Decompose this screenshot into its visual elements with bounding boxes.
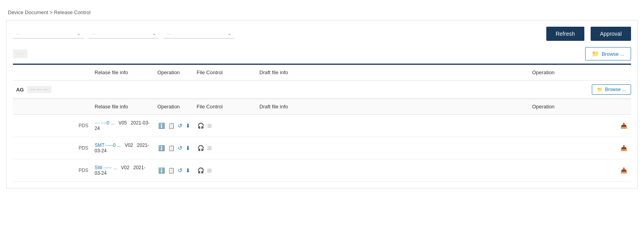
import-icon[interactable]: 📥: [620, 145, 627, 151]
sub-header-col-last: [592, 102, 631, 111]
row-3-filename: SW···-·-· ... V02 2021-03-24: [91, 163, 154, 177]
header-draft-file-info: Draft file info: [256, 68, 529, 77]
headset-icon[interactable]: 🎧: [197, 167, 204, 174]
refresh-icon[interactable]: ↺: [178, 167, 182, 174]
row-3-draft-info: [256, 169, 529, 172]
table-row: PDS SMT···-·-0 ... V02 2021-03-24 ℹ️ 📋 ↺…: [13, 137, 631, 159]
folder-icon: 📁: [592, 50, 599, 57]
ag-label: AG: [16, 87, 24, 93]
row-3-fc-group: 🎧 ⊞: [197, 167, 253, 174]
row-1-operation: ℹ️ 📋 ↺ ⬇: [154, 121, 193, 130]
filter-2[interactable]: ··· ⌄: [88, 29, 159, 38]
row-2-draft-info: [256, 146, 529, 150]
table-row: PDS ···· ···-0 ... V05 2021-03-24 ℹ️ 📋 ↺…: [13, 115, 631, 137]
filter-row: ··· ⌄ ··· ⌄ ··· ⌄ Refresh Approval: [13, 27, 631, 41]
import-icon[interactable]: 📥: [620, 167, 627, 174]
chevron-down-icon: ⌄: [228, 31, 231, 36]
row-1-ops-group: ℹ️ 📋 ↺ ⬇: [157, 122, 190, 129]
import-icon[interactable]: 📥: [620, 122, 627, 129]
section-1-row: ··· · 📁 Browse ...: [13, 47, 631, 60]
sub-header-release-file-info: Relase file info: [91, 102, 154, 111]
browse-button-top[interactable]: 📁 Browse ...: [585, 47, 631, 60]
header-operation: Operation: [154, 68, 193, 77]
download-icon[interactable]: ⬇: [186, 122, 190, 129]
info-icon[interactable]: ℹ️: [158, 145, 165, 151]
info-icon[interactable]: ℹ️: [158, 167, 165, 174]
row-2-right-icon: 📥: [592, 143, 631, 153]
row-3-type: PDS: [13, 166, 91, 175]
header-release-file-info: Relase file info: [91, 68, 154, 77]
row-3-ops-group: ℹ️ 📋 ↺ ⬇: [157, 167, 190, 174]
row-3-right-icon: 📥: [592, 166, 631, 175]
row-1-type-label: PDS: [78, 123, 88, 128]
row-1-draft-op: [529, 124, 592, 127]
ag-section-header: AG ···· ···· ···· 📁 Browse ...: [13, 80, 631, 99]
top-table-header: Relase file info Operation File Control …: [13, 65, 631, 80]
headset-icon[interactable]: 🎧: [197, 145, 204, 151]
row-3-draft-op: [529, 169, 592, 172]
header-file-control: File Control: [193, 68, 256, 77]
chevron-down-icon: ⌄: [77, 31, 80, 36]
table-icon[interactable]: ⊞: [207, 145, 212, 151]
row-2-type: PDS: [13, 144, 91, 152]
row-3-file-link[interactable]: SW···-·-· ...: [95, 165, 117, 170]
row-2-fc-group: 🎧 ⊞: [197, 145, 253, 151]
row-2-ops-group: ℹ️ 📋 ↺ ⬇: [157, 145, 190, 151]
document-icon[interactable]: 📋: [168, 167, 175, 174]
row-2-file-link[interactable]: SMT···-·-0 ...: [95, 143, 121, 148]
row-2-operation: ℹ️ 📋 ↺ ⬇: [154, 143, 193, 153]
ag-section-name: AG ···· ···· ····: [13, 86, 51, 93]
filter-3-label: ···: [167, 31, 224, 37]
table-icon[interactable]: ⊞: [207, 167, 212, 174]
sub-header-file-control: File Control: [193, 102, 256, 111]
breadcrumb: Device Document > Release Control: [0, 6, 644, 20]
sub-header-operation: Operation: [154, 102, 193, 111]
header-col-empty: [13, 68, 91, 77]
download-icon[interactable]: ⬇: [186, 167, 190, 174]
row-2-filename: SMT···-·-0 ... V02 2021-03-24: [91, 141, 154, 155]
header-operation-2: Operation: [529, 68, 592, 77]
header-col-last: [592, 68, 631, 77]
table-icon[interactable]: ⊞: [207, 122, 212, 129]
ag-section-tag: ···· ···· ····: [27, 86, 52, 93]
row-1-version: V05: [119, 120, 127, 126]
download-icon[interactable]: ⬇: [186, 145, 190, 151]
sub-header-operation-2: Operation: [529, 102, 592, 111]
filter-1[interactable]: ··· ⌄: [13, 29, 84, 38]
row-2-draft-op: [529, 146, 592, 150]
refresh-icon[interactable]: ↺: [178, 122, 182, 129]
row-2-type-label: PDS: [78, 145, 88, 151]
refresh-icon[interactable]: ↺: [178, 145, 182, 151]
table-row: PDS SW···-·-· ... V02 2021-03-24 ℹ️ 📋 ↺ …: [13, 159, 631, 182]
chevron-down-icon: ⌄: [152, 31, 156, 36]
row-3-type-label: PDS: [78, 168, 88, 173]
filter-3[interactable]: ··· ⌄: [164, 29, 234, 38]
filter-1-label: ···: [16, 31, 74, 37]
row-2-file-control: 🎧 ⊞: [193, 143, 256, 153]
sub-table-header: Relase file info Operation File Control …: [13, 99, 631, 115]
document-icon[interactable]: 📋: [168, 122, 175, 129]
refresh-button[interactable]: Refresh: [546, 27, 584, 41]
folder-icon-ag: 📁: [597, 87, 603, 92]
row-1-file-control: 🎧 ⊞: [193, 121, 256, 130]
headset-icon[interactable]: 🎧: [197, 122, 204, 129]
row-1-fc-group: 🎧 ⊞: [197, 122, 253, 129]
row-3-file-control: 🎧 ⊞: [193, 166, 256, 175]
row-3-operation: ℹ️ 📋 ↺ ⬇: [154, 166, 193, 175]
section-1-label: ··· ·: [13, 49, 27, 58]
row-1-file-link[interactable]: ···· ···-0 ...: [95, 120, 115, 126]
document-icon[interactable]: 📋: [168, 145, 175, 151]
row-3-version: V02: [121, 165, 129, 170]
row-1-type: PDS: [13, 121, 91, 130]
sub-header-draft-file-info: Draft file info: [256, 102, 529, 111]
row-2-version: V02: [125, 143, 133, 148]
browse-label-top: Browse ...: [602, 51, 624, 57]
approval-button[interactable]: Approval: [591, 27, 631, 41]
browse-button-ag[interactable]: 📁 Browse ...: [592, 84, 631, 95]
browse-label-ag: Browse ...: [605, 87, 626, 92]
sub-header-col-empty: [13, 102, 91, 111]
row-1-draft-info: [256, 124, 529, 127]
row-1-filename: ···· ···-0 ... V05 2021-03-24: [91, 119, 154, 133]
info-icon[interactable]: ℹ️: [158, 122, 165, 129]
row-1-right-icon: 📥: [592, 121, 631, 130]
